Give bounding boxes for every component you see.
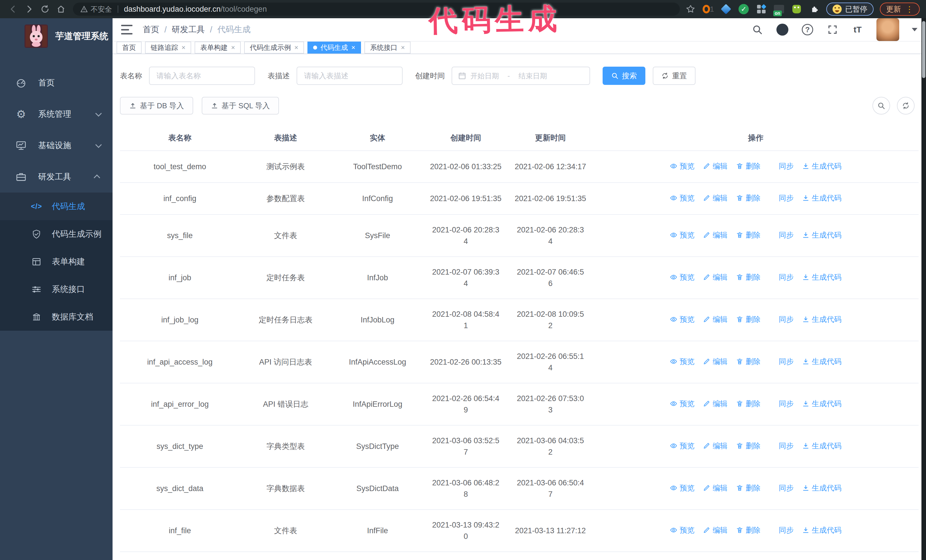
preview-action[interactable]: 预览 xyxy=(670,160,694,172)
browser-home-button[interactable] xyxy=(53,1,69,17)
user-menu-caret-icon[interactable] xyxy=(912,28,917,34)
toggle-search-button[interactable] xyxy=(872,97,890,115)
tag-codegen-example[interactable]: 代码生成示例× xyxy=(244,42,304,54)
sidebar-item-dev-tools[interactable]: 研发工具 xyxy=(0,161,112,193)
browser-forward-button[interactable] xyxy=(21,1,37,17)
user-avatar[interactable] xyxy=(876,18,899,41)
fullscreen-icon[interactable] xyxy=(826,23,839,36)
sync-action[interactable]: 同步 xyxy=(769,314,793,325)
preview-action[interactable]: 预览 xyxy=(670,398,694,409)
reset-button[interactable]: 重置 xyxy=(653,66,696,85)
generate-code-action[interactable]: 生成代码 xyxy=(802,229,841,241)
edit-action[interactable]: 编辑 xyxy=(703,192,728,204)
header-search-icon[interactable] xyxy=(751,23,764,36)
generate-code-action[interactable]: 生成代码 xyxy=(802,398,841,409)
preview-action[interactable]: 预览 xyxy=(670,192,694,204)
generate-code-action[interactable]: 生成代码 xyxy=(802,314,841,325)
search-button[interactable]: 搜索 xyxy=(602,66,645,85)
sidebar-item-codegen[interactable]: </> 代码生成 xyxy=(0,193,112,220)
preview-action[interactable]: 预览 xyxy=(670,272,694,283)
edit-action[interactable]: 编辑 xyxy=(703,398,728,409)
delete-action[interactable]: 删除 xyxy=(736,356,761,367)
profile-paused-chip[interactable]: 已暂停 xyxy=(826,3,873,16)
app-logo-row[interactable]: 芋道管理系统 xyxy=(0,18,112,54)
table-desc-input[interactable] xyxy=(297,66,402,85)
generate-code-action[interactable]: 生成代码 xyxy=(802,192,841,204)
close-icon[interactable]: × xyxy=(182,44,186,51)
delete-action[interactable]: 删除 xyxy=(736,524,761,536)
sync-action[interactable]: 同步 xyxy=(769,160,793,172)
import-db-button[interactable]: 基于 DB 导入 xyxy=(120,97,193,115)
tag-tracing[interactable]: 链路追踪× xyxy=(145,42,191,54)
sync-action[interactable]: 同步 xyxy=(769,524,793,536)
generate-code-action[interactable]: 生成代码 xyxy=(802,482,841,494)
edit-action[interactable]: 编辑 xyxy=(703,524,728,536)
generate-code-action[interactable]: 生成代码 xyxy=(802,160,841,172)
tag-form-builder[interactable]: 表单构建× xyxy=(195,42,241,54)
delete-action[interactable]: 删除 xyxy=(736,192,761,204)
close-icon[interactable]: × xyxy=(401,44,405,51)
import-sql-button[interactable]: 基于 SQL 导入 xyxy=(202,97,279,115)
sidebar-item-form-builder[interactable]: 表单构建 xyxy=(0,248,112,275)
delete-action[interactable]: 删除 xyxy=(736,160,761,172)
sidebar-collapse-icon[interactable] xyxy=(121,25,133,35)
sidebar-item-system-management[interactable]: ⚙ 系统管理 xyxy=(0,98,112,130)
delete-action[interactable]: 删除 xyxy=(736,314,761,325)
extension-robot-icon[interactable] xyxy=(791,3,802,15)
help-icon[interactable]: ? xyxy=(801,23,814,36)
date-range-picker[interactable]: 开始日期 - 结束日期 xyxy=(452,66,590,85)
sidebar-item-home[interactable]: 首页 xyxy=(0,67,112,98)
edit-action[interactable]: 编辑 xyxy=(703,314,728,325)
text-size-icon[interactable]: tT xyxy=(851,23,864,36)
generate-code-action[interactable]: 生成代码 xyxy=(802,440,841,451)
extension-orange-icon[interactable]: 1 xyxy=(703,3,714,15)
sidebar-item-infrastructure[interactable]: 基础设施 xyxy=(0,130,112,161)
generate-code-action[interactable]: 生成代码 xyxy=(802,356,841,367)
extension-on-icon[interactable]: on xyxy=(773,3,785,15)
edit-action[interactable]: 编辑 xyxy=(703,482,728,494)
extension-check-icon[interactable]: ✓ xyxy=(738,3,749,15)
refresh-table-button[interactable] xyxy=(897,97,915,115)
preview-action[interactable]: 预览 xyxy=(670,440,694,451)
preview-action[interactable]: 预览 xyxy=(670,482,694,494)
close-icon[interactable]: × xyxy=(294,44,298,51)
browser-back-button[interactable] xyxy=(5,1,21,17)
edit-action[interactable]: 编辑 xyxy=(703,356,728,367)
delete-action[interactable]: 删除 xyxy=(736,482,761,494)
breadcrumb-dev-tools[interactable]: 研发工具 xyxy=(172,24,205,35)
sync-action[interactable]: 同步 xyxy=(769,398,793,409)
bookmark-star-icon[interactable] xyxy=(685,3,696,15)
edit-action[interactable]: 编辑 xyxy=(703,272,728,283)
sidebar-item-db-docs[interactable]: 数据库文档 xyxy=(0,303,112,331)
sync-action[interactable]: 同步 xyxy=(769,482,793,494)
delete-action[interactable]: 删除 xyxy=(736,440,761,451)
tag-codegen[interactable]: 代码生成× xyxy=(307,42,361,54)
sync-action[interactable]: 同步 xyxy=(769,272,793,283)
tag-home[interactable]: 首页 xyxy=(117,42,142,54)
extensions-puzzle-icon[interactable] xyxy=(809,3,820,15)
sync-action[interactable]: 同步 xyxy=(769,229,793,241)
edit-action[interactable]: 编辑 xyxy=(703,160,728,172)
extension-grid-icon[interactable] xyxy=(756,3,767,15)
tag-system-api[interactable]: 系统接口× xyxy=(365,42,410,54)
scrollbar-track[interactable] xyxy=(921,18,926,560)
preview-action[interactable]: 预览 xyxy=(670,229,694,241)
sidebar-item-codegen-example[interactable]: 代码生成示例 xyxy=(0,220,112,248)
edit-action[interactable]: 编辑 xyxy=(703,229,728,241)
extension-gem-icon[interactable] xyxy=(720,3,732,15)
preview-action[interactable]: 预览 xyxy=(670,314,694,325)
browser-update-button[interactable]: 更新 ⋮ xyxy=(880,3,920,16)
preview-action[interactable]: 预览 xyxy=(670,524,694,536)
breadcrumb-home[interactable]: 首页 xyxy=(143,24,159,35)
preview-action[interactable]: 预览 xyxy=(670,356,694,367)
sidebar-item-system-api[interactable]: 系统接口 xyxy=(0,275,112,303)
generate-code-action[interactable]: 生成代码 xyxy=(802,524,841,536)
sync-action[interactable]: 同步 xyxy=(769,440,793,451)
delete-action[interactable]: 删除 xyxy=(736,398,761,409)
edit-action[interactable]: 编辑 xyxy=(703,440,728,451)
delete-action[interactable]: 删除 xyxy=(736,272,761,283)
delete-action[interactable]: 删除 xyxy=(736,229,761,241)
close-icon[interactable]: × xyxy=(351,44,355,51)
sync-action[interactable]: 同步 xyxy=(769,356,793,367)
table-name-input[interactable] xyxy=(149,66,255,85)
